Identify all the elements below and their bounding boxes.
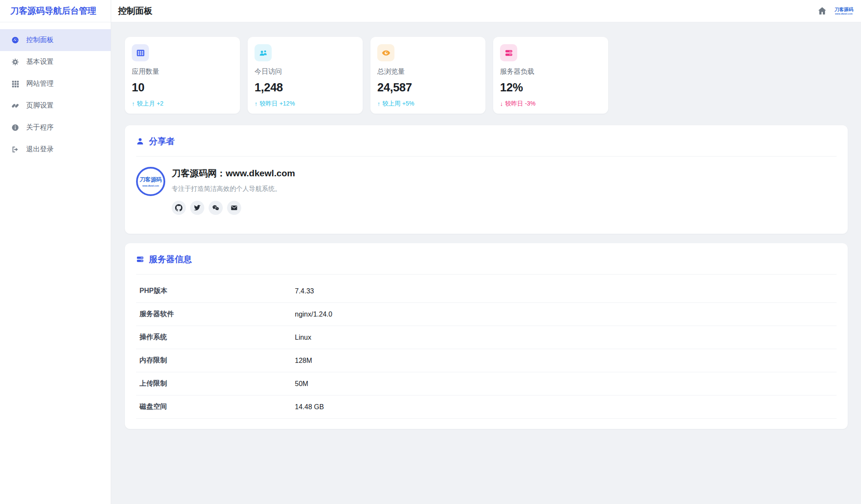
- social-links: [172, 201, 295, 215]
- stat-card-load: 服务器负载 12% ↓ 较昨日 -3%: [493, 37, 608, 114]
- info-icon: [11, 124, 19, 132]
- table-row: 操作系统 Linux: [136, 326, 837, 349]
- twitter-icon[interactable]: [190, 201, 204, 215]
- gauge-icon: [11, 36, 19, 44]
- sidebar-item-logout[interactable]: 退出登录: [0, 139, 111, 160]
- users-icon: [255, 44, 272, 61]
- row-value: 50M: [294, 372, 837, 395]
- arrow-down-icon: ↓: [500, 100, 503, 107]
- stat-trend: ↑ 较上月 +2: [132, 100, 232, 108]
- row-label: 上传限制: [136, 372, 294, 395]
- stat-card-visits: 今日访问 1,248 ↑ 较昨日 +12%: [248, 37, 363, 114]
- sharer-info: 刀客源码网：www.dkewl.com 专注于打造简洁高效的个人导航系统。: [172, 167, 295, 215]
- stat-value: 10: [132, 81, 232, 94]
- page-title: 控制面板: [118, 5, 152, 17]
- app-title: 刀客源码导航后台管理: [10, 5, 96, 17]
- stat-trend-text: 较上周 +5%: [382, 100, 414, 108]
- logout-icon: [11, 145, 19, 154]
- stat-trend: ↑ 较昨日 +12%: [255, 100, 355, 108]
- stat-trend: ↑ 较上周 +5%: [377, 100, 478, 108]
- user-icon: [136, 137, 144, 145]
- sidebar-item-label: 页脚设置: [26, 101, 54, 110]
- admin-app: 刀客源码导航后台管理 控制面板 基本设置 网站管理: [0, 0, 861, 504]
- row-value: 128M: [294, 349, 837, 372]
- table-row: 磁盘空间 14.48 GB: [136, 395, 837, 419]
- stat-card-apps: 应用数量 10 ↑ 较上月 +2: [125, 37, 240, 114]
- github-icon[interactable]: [172, 201, 186, 215]
- divider: [136, 274, 837, 275]
- row-label: 内存限制: [136, 349, 294, 372]
- row-value: nginx/1.24.0: [294, 303, 837, 326]
- row-value: 14.48 GB: [294, 395, 837, 419]
- brand-logo-text: 刀客源码: [834, 7, 853, 12]
- sidebar-item-label: 网站管理: [26, 79, 54, 88]
- stat-label: 应用数量: [132, 67, 232, 76]
- sidebar-menu: 控制面板 基本设置 网站管理 页脚设置: [0, 22, 111, 160]
- grid-icon: [11, 80, 19, 88]
- sharer-name: 刀客源码网：www.dkewl.com: [172, 167, 295, 179]
- sidebar: 刀客源码导航后台管理 控制面板 基本设置 网站管理: [0, 0, 111, 504]
- row-value: 7.4.33: [294, 280, 837, 303]
- stat-card-views: 总浏览量 24,587 ↑ 较上周 +5%: [370, 37, 485, 114]
- gear-icon: [11, 58, 19, 66]
- stat-trend-text: 较昨日 +12%: [260, 100, 295, 108]
- sidebar-item-sites[interactable]: 网站管理: [0, 73, 111, 95]
- topbar: 控制面板 刀客源码 www.dkewl.com: [111, 0, 861, 22]
- sidebar-item-label: 基本设置: [26, 57, 54, 66]
- table-row: 服务器软件 nginx/1.24.0: [136, 303, 837, 326]
- stats-grid: 应用数量 10 ↑ 较上月 +2 今日访问 1,248 ↑ 较昨日 +: [125, 37, 848, 114]
- link-icon: [11, 102, 19, 110]
- sharer-body: 刀客源码 www.dkewl.com 刀客源码网：www.dkewl.com 专…: [136, 167, 837, 215]
- sidebar-item-about[interactable]: 关于程序: [0, 117, 111, 139]
- server-panel-title: 服务器信息: [149, 254, 192, 265]
- main-area: 控制面板 刀客源码 www.dkewl.com 应用数量: [111, 0, 861, 504]
- divider: [136, 156, 837, 157]
- grid-icon: [132, 44, 149, 61]
- stat-value: 1,248: [255, 81, 355, 94]
- table-row: 上传限制 50M: [136, 372, 837, 395]
- table-row: 内存限制 128M: [136, 349, 837, 372]
- row-value: Linux: [294, 326, 837, 349]
- brand-logo-sub: www.dkewl.com: [834, 13, 853, 15]
- sidebar-item-dashboard[interactable]: 控制面板: [0, 29, 111, 51]
- stat-trend-text: 较昨日 -3%: [505, 100, 536, 108]
- sidebar-item-label: 退出登录: [26, 145, 54, 154]
- sharer-panel: 分享者 刀客源码 www.dkewl.com 刀客源码网：www.dkewl.c…: [125, 125, 848, 234]
- sidebar-item-footer[interactable]: 页脚设置: [0, 95, 111, 117]
- eye-icon: [377, 44, 394, 61]
- row-label: PHP版本: [136, 280, 294, 303]
- sharer-panel-title: 分享者: [149, 136, 175, 147]
- stat-value: 24,587: [377, 81, 478, 94]
- email-icon[interactable]: [227, 201, 241, 215]
- sidebar-brand: 刀客源码导航后台管理: [0, 0, 111, 22]
- avatar-logo-sub: www.dkewl.com: [142, 184, 159, 187]
- topbar-actions: 刀客源码 www.dkewl.com: [816, 6, 853, 17]
- sharer-avatar: 刀客源码 www.dkewl.com: [136, 167, 165, 196]
- sidebar-item-settings[interactable]: 基本设置: [0, 51, 111, 73]
- row-label: 操作系统: [136, 326, 294, 349]
- stat-trend: ↓ 较昨日 -3%: [500, 100, 600, 108]
- row-label: 磁盘空间: [136, 395, 294, 419]
- server-icon: [136, 255, 144, 263]
- brand-logo[interactable]: 刀客源码 www.dkewl.com: [834, 7, 853, 15]
- stat-value: 12%: [500, 81, 600, 94]
- stat-label: 服务器负载: [500, 67, 600, 76]
- avatar-logo-text: 刀客源码: [139, 176, 162, 184]
- wechat-icon[interactable]: [209, 201, 223, 215]
- stat-label: 总浏览量: [377, 67, 478, 76]
- stat-trend-text: 较上月 +2: [137, 100, 164, 108]
- arrow-up-icon: ↑: [377, 100, 380, 107]
- sharer-desc: 专注于打造简洁高效的个人导航系统。: [172, 185, 295, 193]
- home-icon[interactable]: [816, 6, 828, 17]
- server-panel-header: 服务器信息: [136, 254, 837, 265]
- arrow-up-icon: ↑: [132, 100, 135, 107]
- row-label: 服务器软件: [136, 303, 294, 326]
- server-icon: [500, 44, 517, 61]
- table-row: PHP版本 7.4.33: [136, 280, 837, 303]
- sidebar-item-label: 关于程序: [26, 123, 54, 132]
- server-info-panel: 服务器信息 PHP版本 7.4.33 服务器软件 nginx/1.24.0: [125, 243, 848, 429]
- sidebar-item-label: 控制面板: [26, 36, 54, 45]
- server-info-table: PHP版本 7.4.33 服务器软件 nginx/1.24.0 操作系统 Lin…: [136, 280, 837, 419]
- content: 应用数量 10 ↑ 较上月 +2 今日访问 1,248 ↑ 较昨日 +: [111, 22, 861, 504]
- sharer-panel-header: 分享者: [136, 136, 837, 147]
